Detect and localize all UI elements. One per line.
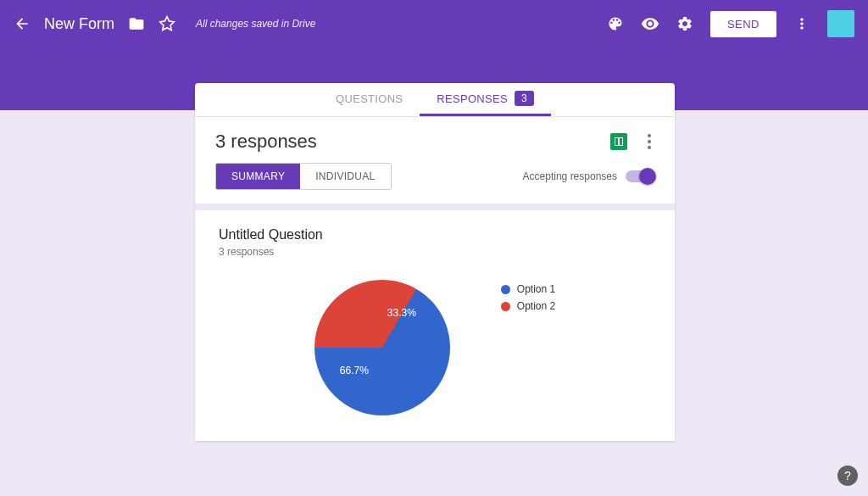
chart-area: 33.3% 66.7% Option 1 Option 2 [219, 275, 651, 415]
pie-graphic [314, 280, 450, 415]
accepting-label: Accepting responses [523, 170, 617, 182]
question-card: Untitled Question 3 responses 33.3% 66.7… [195, 210, 675, 441]
form-title[interactable]: New Form [44, 15, 114, 33]
card-header: 3 responses [195, 117, 675, 163]
tab-responses-label: RESPONSES [437, 92, 508, 105]
responses-count-badge: 3 [515, 91, 534, 106]
question-title: Untitled Question [219, 227, 651, 242]
save-status: All changes saved in Drive [196, 18, 315, 30]
eye-icon[interactable] [641, 14, 659, 33]
header-toolbar: New Form All changes saved in Drive SEND [0, 0, 868, 47]
card-header-actions [610, 131, 654, 153]
view-toggle-row: SUMMARY INDIVIDUAL Accepting responses [195, 163, 675, 203]
tab-questions[interactable]: QUESTIONS [319, 83, 420, 116]
question-subtitle: 3 responses [219, 246, 651, 258]
tabs: QUESTIONS RESPONSES 3 [195, 83, 675, 117]
legend-dot-2 [501, 302, 510, 311]
gear-icon[interactable] [676, 15, 693, 32]
sheets-icon[interactable] [610, 133, 627, 150]
pie-chart: 33.3% 66.7% [314, 280, 450, 415]
pie-slice-label-1: 66.7% [340, 365, 369, 376]
tab-responses[interactable]: RESPONSES 3 [420, 83, 551, 116]
card-more-icon[interactable] [644, 131, 654, 153]
legend-label-2: Option 2 [517, 300, 555, 312]
avatar[interactable] [827, 10, 854, 37]
legend-label-1: Option 1 [517, 283, 555, 295]
header-actions: SEND [607, 10, 854, 37]
legend-item-1: Option 1 [501, 283, 555, 295]
palette-icon[interactable] [607, 15, 624, 32]
legend-item-2: Option 2 [501, 300, 555, 312]
back-arrow-icon[interactable] [14, 15, 31, 32]
responses-title: 3 responses [215, 131, 317, 153]
send-button[interactable]: SEND [710, 11, 776, 37]
accepting-toggle[interactable] [626, 170, 654, 182]
folder-icon[interactable] [128, 15, 145, 32]
pie-slice-label-2: 33.3% [387, 307, 416, 319]
view-individual-button[interactable]: INDIVIDUAL [300, 164, 390, 189]
accepting-row: Accepting responses [523, 170, 654, 182]
help-icon[interactable]: ? [837, 465, 858, 486]
view-toggle: SUMMARY INDIVIDUAL [215, 163, 392, 190]
more-icon[interactable] [793, 15, 810, 32]
main-card: QUESTIONS RESPONSES 3 3 responses SUMMAR… [195, 83, 675, 441]
view-summary-button[interactable]: SUMMARY [216, 164, 300, 189]
star-icon[interactable] [159, 15, 175, 32]
chart-legend: Option 1 Option 2 [501, 280, 555, 312]
legend-dot-1 [501, 285, 510, 294]
